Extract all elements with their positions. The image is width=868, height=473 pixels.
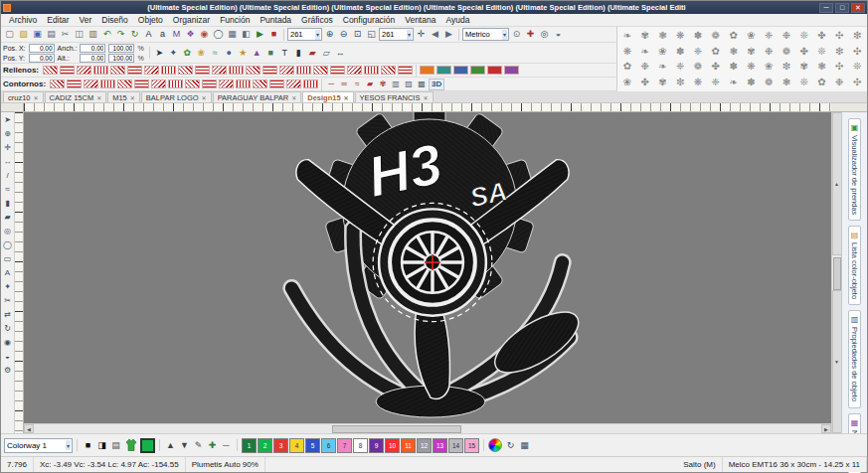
ornament-icon[interactable]: ❀: [765, 62, 773, 72]
star-shape-icon[interactable]: ★: [237, 47, 250, 60]
fill-pattern-icon[interactable]: [381, 66, 396, 75]
menu-item[interactable]: Archivo: [4, 15, 42, 25]
document-tab[interactable]: PARAGUAY BALPAR ✕: [213, 91, 302, 102]
document-tab[interactable]: YESOS FRANCIS ✕: [355, 91, 434, 102]
outline-pattern-icon[interactable]: [253, 79, 267, 88]
minimize-button[interactable]: ─: [819, 3, 833, 13]
color-swatch[interactable]: 4: [289, 438, 304, 453]
fill-pattern-icon[interactable]: [195, 66, 210, 75]
ornament-icon[interactable]: ❊: [817, 47, 825, 57]
run-stitch-icon[interactable]: /: [2, 170, 14, 182]
pan-tool-icon[interactable]: ✛: [2, 142, 14, 154]
zoom-window-icon[interactable]: ⊡: [351, 28, 364, 41]
outline-pattern-icon[interactable]: [168, 79, 183, 88]
ornament-icon[interactable]: ✿: [623, 62, 631, 72]
ornament-icon[interactable]: ❇: [676, 78, 684, 87]
document-tab[interactable]: Design15 ✕: [302, 91, 353, 102]
ornament-icon[interactable]: ❊: [800, 78, 808, 87]
previous-view-icon[interactable]: ◀: [429, 28, 441, 41]
outline-pattern-icon[interactable]: [236, 79, 251, 88]
ornament-icon[interactable]: ❈: [676, 62, 684, 72]
color-swatch[interactable]: 11: [401, 438, 416, 453]
pan-icon[interactable]: ✛: [415, 28, 428, 41]
color-swatch[interactable]: 1: [242, 438, 257, 453]
sequin-icon[interactable]: ◉: [198, 28, 211, 41]
grid-icon[interactable]: ▦: [226, 28, 239, 41]
wave-shape-icon[interactable]: ≈: [209, 47, 222, 60]
circle-tool-icon[interactable]: ◯: [2, 239, 14, 251]
ornament-icon[interactable]: ❉: [835, 78, 843, 87]
side-panel-tab[interactable]: ▤ Lista color-objeto: [848, 226, 861, 305]
ornament-icon[interactable]: ✤: [640, 78, 648, 87]
save-design-icon[interactable]: ▣: [31, 28, 44, 41]
ornament-icon[interactable]: ✾: [800, 62, 808, 72]
fill-style-blue-icon[interactable]: [453, 66, 468, 75]
outline-tool-icon[interactable]: ▱: [320, 47, 333, 60]
ornament-icon[interactable]: ✽: [676, 47, 684, 57]
fill-pattern-icon[interactable]: [110, 66, 125, 75]
menu-item[interactable]: Organizar: [168, 15, 215, 25]
ornament-icon[interactable]: ❋: [623, 47, 631, 57]
scale-x-input[interactable]: [108, 44, 134, 53]
fill-style-orange-icon[interactable]: [420, 66, 434, 75]
color-swatch[interactable]: 7: [337, 438, 352, 453]
redo-icon[interactable]: ↷: [114, 28, 127, 41]
ornament-icon[interactable]: ✤: [800, 47, 808, 57]
outline-pattern-icon[interactable]: [269, 79, 284, 88]
column-tool-icon[interactable]: ▮: [292, 47, 305, 60]
ornament-icon[interactable]: ❇: [782, 62, 790, 72]
ornament-icon[interactable]: ❁: [765, 78, 773, 87]
fill-pattern-icon[interactable]: [77, 66, 91, 75]
pos-x-input[interactable]: [29, 44, 55, 53]
ornament-icon[interactable]: ❋: [694, 78, 702, 87]
lettering-icon[interactable]: A: [142, 28, 155, 41]
close-tab-icon[interactable]: ✕: [130, 94, 135, 101]
ornament-icon[interactable]: ✽: [729, 62, 737, 72]
menu-item[interactable]: Editar: [42, 15, 74, 25]
vertical-scroll-thumb[interactable]: [833, 257, 841, 289]
hole-tool-icon[interactable]: ◎: [2, 226, 14, 237]
ornament-icon[interactable]: ❧: [658, 62, 666, 72]
fill-pattern-icon[interactable]: [313, 66, 328, 75]
edit-color-icon[interactable]: ✎: [192, 439, 205, 452]
menu-item[interactable]: Objeto: [133, 15, 168, 25]
rect-tool-icon[interactable]: ▭: [2, 253, 14, 265]
text-digitize-icon[interactable]: A: [2, 267, 14, 279]
color-swatch[interactable]: 5: [305, 438, 320, 453]
color-swatch[interactable]: 8: [353, 438, 368, 453]
node-tool-icon[interactable]: ✦: [2, 281, 14, 293]
color-swatch[interactable]: 14: [448, 438, 463, 453]
fill-pattern-icon[interactable]: [262, 66, 277, 75]
outline-pattern-icon[interactable]: [151, 79, 166, 88]
scroll-down-icon[interactable]: ▼: [832, 290, 842, 433]
needle-up-icon[interactable]: ▲: [164, 439, 177, 452]
shapes-gallery-icon[interactable]: ❖: [184, 28, 197, 41]
center-design-icon[interactable]: ⊙: [510, 28, 523, 41]
select-tool-icon[interactable]: ➤: [153, 47, 166, 60]
ornament-icon[interactable]: ✽: [694, 31, 702, 41]
close-tab-icon[interactable]: ✕: [344, 94, 349, 101]
ornament-icon[interactable]: ✾: [658, 78, 666, 87]
cut-icon[interactable]: ✂: [59, 28, 72, 41]
outline-pattern-icon[interactable]: [100, 79, 115, 88]
copy-icon[interactable]: ◫: [73, 28, 86, 41]
magnet-icon[interactable]: ◒: [552, 28, 565, 41]
hoop-icon[interactable]: ◯: [212, 28, 225, 41]
ornament-icon[interactable]: ❀: [623, 78, 631, 87]
close-tab-icon[interactable]: ✕: [96, 94, 101, 101]
menu-item[interactable]: Ventana: [400, 15, 440, 25]
ornament-icon[interactable]: ✣: [835, 62, 843, 72]
sequin-tool-icon[interactable]: ◉: [2, 337, 14, 349]
menu-item[interactable]: Puntada: [255, 15, 296, 25]
ornament-icon[interactable]: ❉: [640, 62, 648, 72]
ornament-icon[interactable]: ❃: [729, 47, 737, 57]
document-tab[interactable]: BALPAR LOGO ✕: [141, 91, 212, 102]
fill-pattern-icon[interactable]: [364, 66, 379, 75]
ornament-icon[interactable]: ❊: [800, 31, 808, 41]
ornament-icon[interactable]: ❃: [817, 62, 825, 72]
fill-pattern-icon[interactable]: [296, 66, 311, 75]
scale-y-input[interactable]: [108, 54, 134, 63]
document-tab[interactable]: M15 ✕: [107, 91, 140, 102]
outline-pattern-icon[interactable]: [185, 79, 200, 88]
zoom-percent-input[interactable]: [290, 30, 314, 39]
